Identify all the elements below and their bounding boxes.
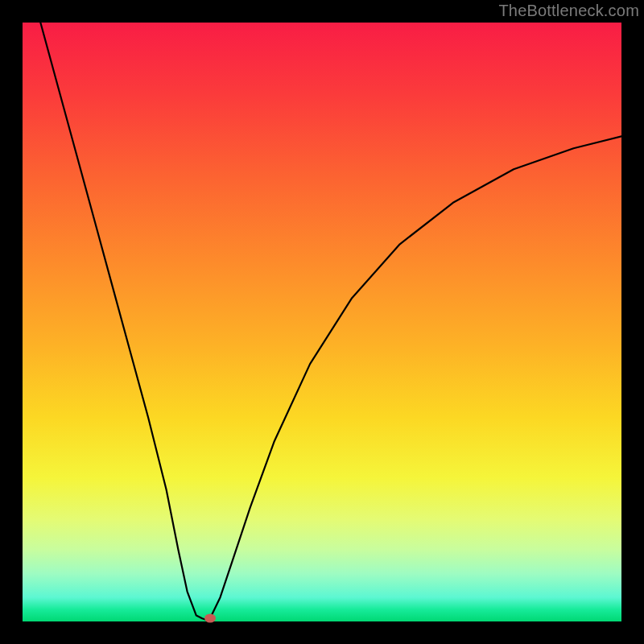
- chart-frame: TheBottleneck.com: [0, 0, 644, 644]
- min-bottleneck-point-icon: [204, 614, 216, 623]
- plot-area: [23, 23, 621, 621]
- curve-svg: [23, 23, 621, 621]
- watermark-text: TheBottleneck.com: [498, 2, 639, 20]
- bottleneck-curve: [40, 23, 621, 620]
